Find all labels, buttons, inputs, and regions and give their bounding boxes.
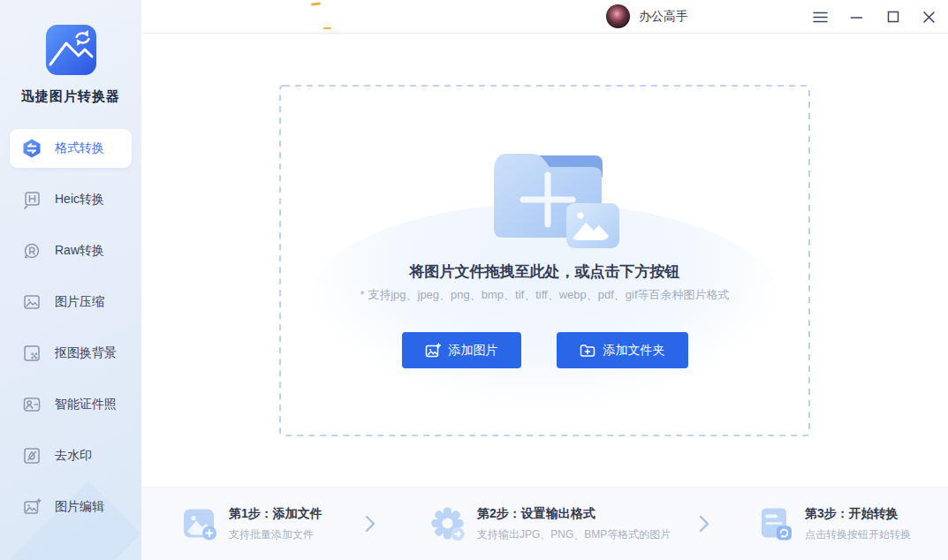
image-plus-icon	[425, 343, 441, 359]
sidebar-item-cutout-background[interactable]: 抠图换背景	[10, 334, 132, 373]
step-title: 第2步：设置输出格式	[477, 506, 671, 522]
app-logo-area: 迅捷图片转换器	[0, 0, 141, 105]
close-icon[interactable]	[921, 10, 937, 25]
sidebar-menu: 格式转换 Heic转换 Raw转换	[0, 129, 141, 539]
window-controls	[813, 0, 937, 34]
image-plus-icon	[183, 507, 217, 541]
sidebar-item-heic-convert[interactable]: Heic转换	[10, 180, 132, 219]
image-compress-icon	[21, 291, 42, 313]
step-subtitle: 支持批量添加文件	[229, 527, 322, 542]
sidebar-item-label: 去水印	[55, 448, 92, 464]
sidebar-item-label: Raw转换	[55, 243, 104, 259]
gear-arrow-icon	[430, 506, 466, 541]
username: 办公高手	[639, 9, 688, 25]
menu-icon[interactable]	[813, 10, 828, 25]
heic-icon	[21, 189, 42, 210]
sidebar-item-remove-watermark[interactable]: 去水印	[10, 436, 132, 475]
sparkle-artifact	[323, 27, 331, 29]
document-refresh-icon	[758, 506, 793, 541]
sidebar-item-image-compress[interactable]: 图片压缩	[10, 283, 132, 322]
chevron-right-icon	[698, 514, 710, 534]
main-panel: 将图片文件拖拽至此处，或点击下方按钮 * 支持jpg、jpeg、png、bmp、…	[141, 34, 948, 487]
add-folder-button[interactable]: 添加文件夹	[557, 332, 688, 368]
titlebar: 办公高手	[141, 0, 948, 34]
step-subtitle: 点击转换按钮开始转换	[805, 527, 911, 542]
sidebar-item-label: Heic转换	[55, 192, 104, 208]
sidebar-item-image-edit[interactable]: 图片编辑	[10, 488, 132, 526]
step-set-output-format: 第2步：设置输出格式 支持输出JPG、PNG、BMP等格式的图片	[430, 506, 671, 542]
sidebar-item-label: 图片压缩	[55, 294, 104, 310]
dropzone-buttons: 添加图片 添加文件夹	[279, 332, 810, 368]
file-dropzone[interactable]: 将图片文件拖拽至此处，或点击下方按钮 * 支持jpg、jpeg、png、bmp、…	[279, 85, 810, 436]
image-edit-icon	[21, 496, 42, 518]
maximize-icon[interactable]	[885, 10, 900, 25]
sidebar-item-raw-convert[interactable]: Raw转换	[10, 231, 132, 270]
app-name: 迅捷图片转换器	[0, 88, 141, 105]
step-add-files: 第1步：添加文件 支持批量添加文件	[183, 506, 322, 542]
format-convert-icon	[21, 138, 42, 159]
minimize-icon[interactable]	[849, 10, 864, 25]
add-image-label: 添加图片	[449, 343, 498, 359]
sidebar-item-id-photo[interactable]: 智能证件照	[10, 385, 132, 424]
user-account[interactable]: 办公高手	[606, 4, 688, 28]
step-title: 第3步：开始转换	[805, 506, 911, 522]
raw-icon	[21, 240, 42, 261]
sidebar-item-label: 智能证件照	[55, 397, 117, 412]
remove-watermark-icon	[21, 445, 42, 466]
steps-footer: 第1步：添加文件 支持批量添加文件 第2步：设置输出格式 支持输出JPG、PNG…	[141, 487, 948, 560]
sidebar-item-label: 图片编辑	[55, 499, 104, 515]
cutout-background-icon	[21, 343, 42, 364]
folder-plus-icon	[580, 343, 595, 359]
folder-illustration-icon	[467, 148, 623, 251]
sidebar-item-label: 格式转换	[55, 140, 104, 156]
dropzone-formats-hint: * 支持jpg、jpeg、png、bmp、tif、tiff、webp、pdf、g…	[279, 287, 810, 303]
step-title: 第1步：添加文件	[229, 506, 322, 522]
add-image-button[interactable]: 添加图片	[402, 332, 521, 368]
user-avatar[interactable]	[606, 4, 630, 28]
sidebar-item-label: 抠图换背景	[55, 345, 117, 361]
add-folder-label: 添加文件夹	[603, 343, 665, 359]
step-subtitle: 支持输出JPG、PNG、BMP等格式的图片	[477, 527, 671, 542]
sidebar: 迅捷图片转换器 格式转换	[0, 0, 141, 560]
app-logo-icon	[46, 25, 96, 75]
chevron-right-icon	[364, 514, 376, 534]
sparkle-artifact	[311, 2, 321, 6]
sidebar-item-format-convert[interactable]: 格式转换	[10, 129, 132, 168]
dropzone-title: 将图片文件拖拽至此处，或点击下方按钮	[279, 261, 810, 282]
step-start-convert: 第3步：开始转换 点击转换按钮开始转换	[758, 506, 911, 542]
id-photo-icon	[21, 394, 42, 415]
